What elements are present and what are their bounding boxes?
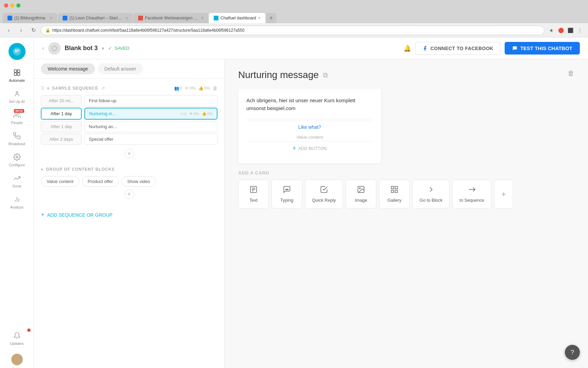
bookmark-icon[interactable]: ★: [547, 26, 555, 34]
add-button-row[interactable]: + ADD BUTTON: [246, 141, 373, 155]
tab-welcome-message[interactable]: Welcome message: [41, 63, 95, 74]
tab-close-2[interactable]: ×: [126, 16, 128, 20]
sequence-drag-handle[interactable]: ⠿: [41, 86, 44, 91]
quick-reply-card-label: Quick Reply: [312, 198, 336, 203]
card-action-go-to-block[interactable]: Go to Block: [412, 180, 450, 209]
tab-close-4[interactable]: ×: [258, 16, 261, 20]
back-navigation-btn[interactable]: ‹: [42, 45, 44, 52]
browser-tab-1[interactable]: (1) Bildungsfirma ×: [3, 13, 57, 23]
ext-icon-1[interactable]: 🔴: [557, 26, 565, 34]
card-action-typing[interactable]: Typing: [272, 180, 302, 209]
go-to-block-card-label: Go to Block: [420, 198, 442, 203]
configure-icon: [13, 153, 21, 162]
gallery-card-label: Gallery: [387, 198, 401, 203]
like-what-btn[interactable]: Like what?: [246, 121, 373, 133]
card-action-text[interactable]: Text: [238, 180, 269, 209]
svg-rect-3: [14, 73, 16, 75]
typing-card-label: Typing: [280, 198, 293, 203]
close-window-btn[interactable]: [4, 3, 8, 7]
sequence-collapse-btn[interactable]: ▾: [47, 86, 49, 91]
content-block-value-content[interactable]: Value content: [41, 176, 79, 187]
add-sequence-or-group-btn[interactable]: + ADD SEQUENCE OR GROUP: [41, 207, 217, 223]
sidebar-item-set-up-ai[interactable]: Set Up AI: [3, 87, 31, 106]
minimize-window-btn[interactable]: [10, 3, 14, 7]
time-cell-2[interactable]: After 1 day: [41, 121, 82, 132]
tab-favicon-3: [138, 16, 143, 20]
text-card-label: Text: [249, 198, 258, 203]
block-cell-2[interactable]: Nurturing an...: [84, 121, 217, 132]
address-bar[interactable]: 🔒 https://dashboard.chatfuel.com/#/bot/5…: [41, 26, 544, 35]
time-cell-1[interactable]: After 1 day: [41, 108, 82, 120]
user-avatar: [11, 354, 23, 365]
updates-icon: [13, 331, 21, 340]
header-right: 🔔 CONNECT TO FACEBOOK TEST THIS CHATBOT: [404, 42, 580, 55]
add-card-plus-icon: +: [501, 189, 506, 199]
block-cell-0[interactable]: First follow-up: [84, 95, 217, 106]
browser-tab-4[interactable]: Chatfuel dashboard ×: [209, 13, 265, 23]
sidebar-item-configure[interactable]: Configure: [3, 150, 31, 170]
connect-facebook-btn[interactable]: CONNECT TO FACEBOOK: [415, 42, 501, 55]
card-action-quick-reply[interactable]: Quick Reply: [305, 180, 343, 209]
copy-icon[interactable]: ⧉: [323, 71, 328, 79]
message-header: Nurturing message ⧉: [238, 70, 574, 80]
add-sequence-item-btn[interactable]: +: [125, 149, 134, 158]
image-card-icon: [357, 185, 365, 196]
quick-reply-card-icon: [320, 185, 328, 196]
time-cell-0[interactable]: After 20 mi...: [41, 95, 82, 106]
card-action-gallery[interactable]: Gallery: [379, 180, 410, 209]
user-label: Leon: [13, 367, 21, 368]
sidebar-item-broadcast[interactable]: Broadcast: [3, 129, 31, 149]
sidebar-item-people[interactable]: BETA People: [3, 108, 31, 127]
back-btn[interactable]: ‹: [4, 26, 14, 35]
add-card-plus-btn[interactable]: +: [494, 180, 513, 209]
default-tab-label: Default answer: [104, 66, 136, 72]
sidebar-item-analyze[interactable]: Analyze: [3, 192, 31, 212]
tab-favicon-2: [63, 16, 67, 20]
tab-title-1: (1) Bildungsfirma: [14, 16, 48, 20]
block-cell-1[interactable]: Nurturing m... ▷ 0 👁 0% 👍 0%: [84, 108, 217, 120]
sidebar-item-user[interactable]: Leon: [3, 351, 31, 368]
table-row: After 1 day Nurturing an...: [41, 121, 217, 132]
broadcast-label: Broadcast: [9, 142, 26, 146]
sidebar-item-grow[interactable]: Grow: [3, 171, 31, 191]
browser-tab-2[interactable]: (1) Leon Chaudhari – Startseite ×: [58, 13, 133, 23]
time-cell-3[interactable]: After 2 days: [41, 134, 82, 145]
automate-label: Automate: [9, 78, 25, 82]
sidebar-item-automate[interactable]: Automate: [3, 65, 31, 85]
sequence-delete-icon[interactable]: 🗑: [213, 86, 217, 91]
add-group-item-btn[interactable]: +: [125, 189, 134, 199]
tab-default-answer[interactable]: Default answer: [98, 63, 143, 74]
block-cell-3[interactable]: Special offer: [84, 134, 217, 145]
forward-btn[interactable]: ›: [16, 26, 26, 35]
browser-tab-3[interactable]: Facebook Werbeanzeigen Me... ×: [133, 13, 208, 23]
maximize-window-btn[interactable]: [16, 3, 20, 7]
bot-name-dropdown[interactable]: ▾: [102, 46, 104, 51]
refresh-btn[interactable]: ↻: [29, 26, 38, 35]
svg-point-7: [16, 156, 18, 158]
svg-rect-4: [17, 73, 19, 75]
trash-icon[interactable]: 🗑: [568, 70, 574, 77]
card-action-image[interactable]: Image: [346, 180, 376, 209]
app: Automate Set Up AI BETA People Broadcast: [0, 37, 588, 368]
group-collapse-btn[interactable]: ▾: [41, 167, 43, 172]
sidebar-item-updates[interactable]: Updates: [3, 328, 31, 348]
svg-point-19: [287, 189, 287, 190]
sequence-link-icon[interactable]: ↗: [101, 86, 105, 91]
tab-close-3[interactable]: ×: [201, 16, 203, 20]
tab-close-1[interactable]: ×: [50, 16, 52, 20]
message-body-text: Ach übrigens, hier ist unser neuer Kurs …: [246, 97, 373, 112]
notification-bell-icon[interactable]: 🔔: [404, 45, 411, 52]
menu-icon[interactable]: ⋮: [576, 26, 584, 34]
content-block-show-video[interactable]: Show video: [121, 176, 156, 187]
message-card: Ach übrigens, hier ist unser neuer Kurs …: [238, 89, 381, 164]
new-tab-btn[interactable]: +: [266, 13, 276, 23]
card-action-to-sequence[interactable]: to Sequence: [452, 180, 491, 209]
test-chatbot-btn[interactable]: TEST THIS CHATBOT: [505, 42, 580, 55]
svg-rect-23: [391, 186, 394, 189]
help-button[interactable]: ?: [565, 345, 580, 360]
content-block-product-offer[interactable]: Product offer: [82, 176, 119, 187]
ext-icon-2[interactable]: ⬛: [566, 26, 574, 34]
lock-icon: 🔒: [45, 28, 50, 33]
add-sequence-plus-icon: +: [41, 211, 45, 218]
toolbar-icons: ★ 🔴 ⬛ ⋮: [547, 26, 584, 34]
